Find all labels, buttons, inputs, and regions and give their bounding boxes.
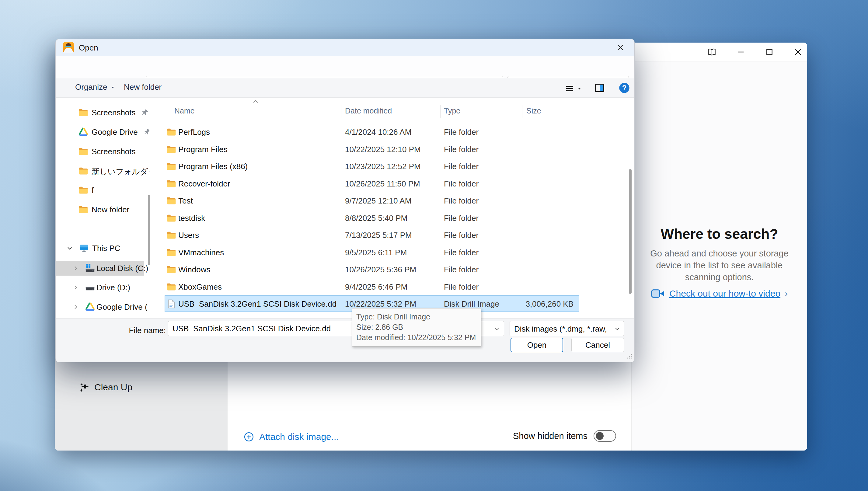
file-name-cell: VMmachines xyxy=(178,248,224,257)
chevron-down-icon xyxy=(614,325,621,334)
date-modified-cell: 10/22/2025 5:32 PM xyxy=(345,299,416,309)
column-header-size[interactable]: Size xyxy=(526,107,541,115)
chevron-right-icon[interactable] xyxy=(72,284,79,291)
sidebar-item-google-drive-[interactable]: Google Drive ( xyxy=(56,300,147,314)
column-header-date-modified[interactable]: Date modified xyxy=(345,107,392,115)
column-divider[interactable] xyxy=(596,105,596,118)
column-header-name[interactable]: Name xyxy=(174,107,195,115)
open-button[interactable]: Open xyxy=(511,338,563,352)
file-row[interactable]: Recover-folder10/26/2025 11:50 PMFile fo… xyxy=(156,175,629,192)
panel-body-text: Go ahead and choose your storage device … xyxy=(640,248,799,283)
file-name-cell: Program Files xyxy=(178,145,228,154)
sparkles-icon xyxy=(79,381,90,393)
sidebar-item-label: This PC xyxy=(92,244,120,253)
sidebar-item-f[interactable]: f xyxy=(56,183,147,197)
file-row[interactable]: testdisk8/8/2025 5:40 PMFile folder xyxy=(156,209,629,227)
file-row[interactable]: Test9/7/2025 12:10 AMFile folder xyxy=(156,192,629,209)
size-cell: 3,006,260 KB xyxy=(525,299,574,309)
dialog-sidebar: ScreenshotsGoogle DriveScreenshots新しいフォル… xyxy=(56,98,149,318)
preview-pane-button[interactable] xyxy=(594,82,605,95)
file-icon xyxy=(166,299,176,309)
sidebar-item-this-pc[interactable]: This PC xyxy=(56,241,147,256)
sidebar-item-screenshots[interactable]: Screenshots xyxy=(56,105,147,120)
folder-icon xyxy=(78,185,89,195)
dialog-titlebar: Open xyxy=(56,39,634,56)
help-button[interactable]: ? xyxy=(618,82,630,95)
show-hidden-items-label: Show hidden items xyxy=(513,431,587,441)
resize-grip[interactable] xyxy=(627,353,633,360)
sidebar-item-screenshots[interactable]: Screenshots xyxy=(56,144,147,159)
folder-icon xyxy=(166,144,176,154)
attach-disk-image-link[interactable]: Attach disk image... xyxy=(243,431,339,442)
caret-down-icon xyxy=(111,85,115,90)
folder-icon xyxy=(166,264,176,275)
sidebar-item-local-disk-c-[interactable]: Local Disk (C:) xyxy=(56,261,147,276)
date-modified-cell: 9/4/2025 6:46 PM xyxy=(345,282,407,292)
cancel-button[interactable]: Cancel xyxy=(571,338,624,352)
folder-icon xyxy=(166,161,176,172)
file-name-dropdown-button[interactable] xyxy=(493,325,500,334)
type-cell: File folder xyxy=(444,231,479,240)
how-to-video-link[interactable]: Check out our how-to video xyxy=(669,288,780,299)
close-button[interactable] xyxy=(789,45,807,59)
file-name-cell: PerfLogs xyxy=(178,127,210,137)
new-folder-button[interactable]: New folder xyxy=(124,82,162,92)
chevron-right-icon[interactable] xyxy=(72,303,79,311)
dialog-close-button[interactable] xyxy=(612,41,628,54)
column-header-type[interactable]: Type xyxy=(444,107,460,115)
type-cell: File folder xyxy=(444,248,479,257)
column-divider[interactable] xyxy=(341,105,341,118)
file-name-cell: Recover-folder xyxy=(178,179,230,189)
toggle-knob xyxy=(596,432,604,440)
disk-drill-app-icon xyxy=(63,42,74,53)
show-hidden-items-toggle[interactable] xyxy=(594,430,616,442)
tooltip-date-line: Date modified: 10/22/2025 5:32 PM xyxy=(356,332,476,343)
file-row[interactable]: Program Files (x86)10/23/2025 12:52 PMFi… xyxy=(156,157,629,175)
type-cell: File folder xyxy=(444,127,479,137)
tooltip-type-line: Type: Disk Drill Image xyxy=(356,312,476,322)
file-row[interactable]: Program Files10/22/2025 12:10 PMFile fol… xyxy=(156,141,629,158)
chevron-right-icon[interactable] xyxy=(72,265,79,272)
folder-icon xyxy=(78,166,89,176)
sidebar-item-drive-d-[interactable]: Drive (D:) xyxy=(56,280,147,295)
column-divider[interactable] xyxy=(440,105,440,118)
book-icon[interactable] xyxy=(703,45,721,59)
sidebar-item--[interactable]: 新しいフォルダー xyxy=(56,164,147,178)
file-row[interactable]: XboxGames9/4/2025 6:46 PMFile folder xyxy=(156,278,629,295)
date-modified-cell: 10/22/2025 12:10 PM xyxy=(345,145,421,154)
type-cell: Disk Drill Image xyxy=(444,299,499,309)
list-view-icon xyxy=(565,83,575,94)
clean-up-button[interactable]: Clean Up xyxy=(79,380,132,394)
file-row[interactable]: PerfLogs4/1/2024 10:26 AMFile folder xyxy=(156,123,629,141)
date-modified-cell: 8/8/2025 5:40 PM xyxy=(345,213,407,223)
folder-icon xyxy=(166,196,176,206)
type-cell: File folder xyxy=(444,213,479,223)
column-divider[interactable] xyxy=(522,105,522,118)
file-name-cell: Test xyxy=(178,196,193,206)
folder-icon xyxy=(78,204,89,215)
file-row[interactable]: Windows10/26/2025 5:36 PMFile folder xyxy=(156,261,629,278)
file-name-cell: Program Files (x86) xyxy=(178,162,248,171)
file-row[interactable]: Users7/13/2025 5:17 PMFile folder xyxy=(156,226,629,244)
sidebar-item-label: Google Drive xyxy=(92,127,138,137)
chevron-down-icon[interactable] xyxy=(66,244,73,252)
organize-menu-button[interactable]: Organize xyxy=(75,82,115,92)
view-mode-button[interactable] xyxy=(565,83,582,94)
file-row[interactable]: VMmachines9/5/2025 6:11 PMFile folder xyxy=(156,244,629,261)
sidebar-scrollbar[interactable] xyxy=(148,195,150,265)
pin-icon xyxy=(143,128,149,136)
maximize-button[interactable] xyxy=(760,45,779,59)
minimize-button[interactable] xyxy=(732,45,750,59)
date-modified-cell: 10/26/2025 11:50 PM xyxy=(345,179,420,189)
open-dialog: Open This PCLocal Disk (C:) xyxy=(55,39,635,362)
sidebar-item-google-drive[interactable]: Google Drive xyxy=(56,125,147,139)
date-modified-cell: 10/26/2025 5:36 PM xyxy=(345,265,416,275)
file-tooltip: Type: Disk Drill Image Size: 2.86 GB Dat… xyxy=(352,308,481,346)
sidebar-item-new-folder[interactable]: New folder xyxy=(56,202,147,217)
folder-icon xyxy=(78,107,89,118)
date-modified-cell: 7/13/2025 5:17 PM xyxy=(345,231,412,240)
file-type-select[interactable]: Disk images (*.dmg, *.raw, *.dd, xyxy=(510,321,624,336)
disk-icon xyxy=(85,282,95,293)
folder-icon xyxy=(166,179,176,189)
file-list-scrollbar[interactable] xyxy=(629,169,632,294)
